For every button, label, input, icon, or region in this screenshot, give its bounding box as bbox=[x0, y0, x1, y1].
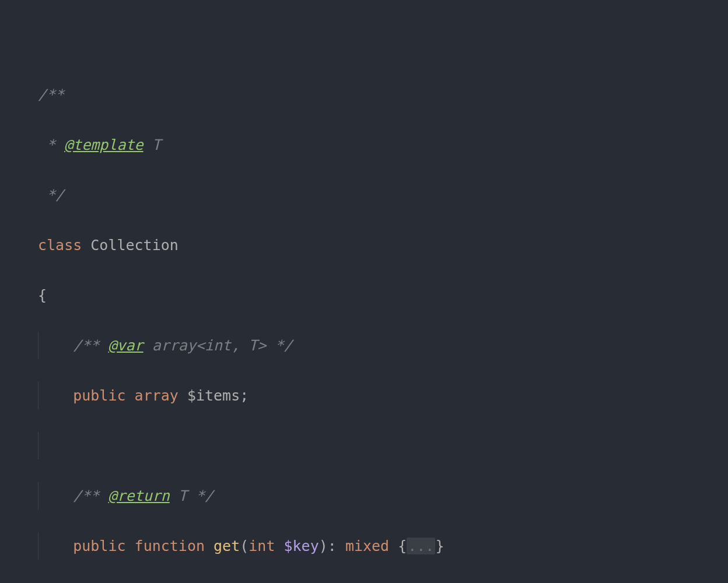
code-line[interactable]: /** @return T */ bbox=[38, 483, 728, 508]
indent-guide bbox=[38, 533, 73, 559]
doc-comment-open: /** bbox=[73, 487, 108, 504]
code-line[interactable]: public function get(int $key): mixed {..… bbox=[38, 533, 728, 559]
folded-code-marker[interactable]: ... bbox=[407, 538, 435, 554]
code-line[interactable]: * @template T bbox=[38, 132, 728, 157]
code-line[interactable]: class Collection bbox=[38, 233, 728, 258]
code-line[interactable]: { bbox=[38, 283, 728, 308]
doc-comment-text: T */ bbox=[170, 487, 214, 504]
phpdoc-return-tag: @return bbox=[108, 487, 169, 504]
phpdoc-var-tag: @var bbox=[108, 337, 143, 354]
indent-guide bbox=[38, 483, 73, 508]
brace-open: { bbox=[38, 287, 47, 304]
doc-comment-text: array<int, T> */ bbox=[144, 337, 293, 354]
function-name-get: get bbox=[205, 538, 240, 554]
code-line[interactable]: */ bbox=[38, 182, 728, 208]
colon: : bbox=[328, 538, 345, 554]
parameter-key: $key bbox=[275, 538, 318, 554]
doc-comment-text: T bbox=[144, 136, 161, 153]
variable-items: $items bbox=[178, 387, 240, 404]
doc-comment-prefix: * bbox=[38, 136, 64, 153]
keyword-function: function bbox=[126, 538, 205, 554]
indent-guide bbox=[38, 433, 73, 458]
keyword-int: int bbox=[249, 538, 275, 554]
keyword-class: class bbox=[38, 237, 82, 254]
paren-open: ( bbox=[240, 538, 249, 554]
keyword-public: public bbox=[73, 387, 125, 404]
phpdoc-template-tag: @template bbox=[64, 136, 143, 153]
keyword-mixed: mixed bbox=[345, 538, 389, 554]
code-line[interactable]: /** @var array<int, T> */ bbox=[38, 333, 728, 358]
indent-guide bbox=[38, 333, 73, 358]
keyword-public: public bbox=[73, 538, 125, 554]
doc-comment-open: /** bbox=[38, 86, 64, 103]
brace-open: { bbox=[389, 538, 407, 554]
code-line[interactable]: /** bbox=[38, 82, 728, 107]
indent-guide bbox=[38, 383, 73, 408]
semicolon: ; bbox=[240, 387, 249, 404]
code-editor[interactable]: /** * @template T */ class Collection { … bbox=[0, 0, 728, 583]
keyword-array: array bbox=[126, 387, 178, 404]
blank-line[interactable] bbox=[38, 433, 728, 458]
doc-comment-open: /** bbox=[73, 337, 108, 354]
paren-close: ) bbox=[319, 538, 328, 554]
doc-comment-close: */ bbox=[38, 187, 64, 203]
code-line[interactable]: public array $items; bbox=[38, 383, 728, 408]
brace-close: } bbox=[435, 538, 444, 554]
class-name: Collection bbox=[82, 237, 178, 254]
